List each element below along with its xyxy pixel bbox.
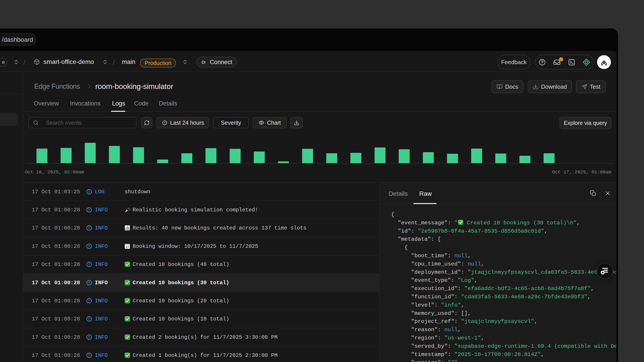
svg-text:17: 17 xyxy=(126,246,129,249)
